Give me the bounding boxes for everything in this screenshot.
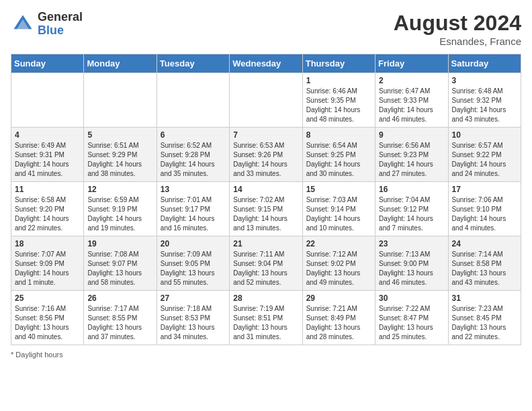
day-info: Sunrise: 7:08 AM Sunset: 9:07 PM Dayligh… — [87, 250, 152, 287]
day-number: 31 — [452, 293, 517, 303]
day-info: Sunrise: 6:58 AM Sunset: 9:20 PM Dayligh… — [15, 195, 80, 233]
day-number: 25 — [15, 293, 80, 303]
day-number: 2 — [379, 76, 444, 85]
day-info: Sunrise: 7:22 AM Sunset: 8:47 PM Dayligh… — [379, 304, 444, 342]
day-number: 13 — [161, 185, 226, 194]
day-number: 23 — [379, 239, 444, 248]
calendar-day-cell: 6Sunrise: 6:52 AM Sunset: 9:28 PM Daylig… — [157, 128, 229, 182]
calendar-week-row: 11Sunrise: 6:58 AM Sunset: 9:20 PM Dayli… — [11, 182, 521, 236]
day-info: Sunrise: 7:14 AM Sunset: 8:58 PM Dayligh… — [452, 250, 517, 287]
calendar-day-cell: 21Sunrise: 7:11 AM Sunset: 9:04 PM Dayli… — [230, 236, 302, 291]
day-info: Sunrise: 7:07 AM Sunset: 9:09 PM Dayligh… — [15, 250, 80, 287]
calendar-day-cell: 28Sunrise: 7:19 AM Sunset: 8:51 PM Dayli… — [230, 291, 302, 345]
day-number: 7 — [233, 130, 298, 140]
day-info: Sunrise: 6:56 AM Sunset: 9:23 PM Dayligh… — [379, 141, 444, 179]
calendar-day-cell: 17Sunrise: 7:06 AM Sunset: 9:10 PM Dayli… — [448, 182, 521, 236]
day-info: Sunrise: 7:16 AM Sunset: 8:56 PM Dayligh… — [15, 304, 80, 342]
calendar-header-row: SundayMondayTuesdayWednesdayThursdayFrid… — [11, 54, 521, 73]
calendar-day-cell — [11, 73, 84, 128]
day-info: Sunrise: 7:11 AM Sunset: 9:04 PM Dayligh… — [233, 250, 298, 287]
day-info: Sunrise: 6:57 AM Sunset: 9:22 PM Dayligh… — [452, 141, 517, 179]
day-info: Sunrise: 7:03 AM Sunset: 9:14 PM Dayligh… — [306, 195, 371, 233]
calendar-day-cell: 8Sunrise: 6:54 AM Sunset: 9:25 PM Daylig… — [302, 128, 375, 182]
calendar-day-cell: 11Sunrise: 6:58 AM Sunset: 9:20 PM Dayli… — [11, 182, 84, 236]
day-number: 21 — [233, 239, 298, 248]
calendar-day-cell: 26Sunrise: 7:17 AM Sunset: 8:55 PM Dayli… — [84, 291, 157, 345]
day-number: 11 — [15, 185, 80, 194]
day-info: Sunrise: 7:06 AM Sunset: 9:10 PM Dayligh… — [452, 195, 517, 233]
page-header: General Blue August 2024 Esnandes, Franc… — [11, 11, 521, 47]
day-number: 24 — [452, 239, 517, 248]
day-info: Sunrise: 7:19 AM Sunset: 8:51 PM Dayligh… — [233, 304, 298, 342]
day-info: Sunrise: 6:59 AM Sunset: 9:19 PM Dayligh… — [87, 195, 152, 233]
day-info: Sunrise: 7:21 AM Sunset: 8:49 PM Dayligh… — [306, 304, 371, 342]
calendar-day-cell: 20Sunrise: 7:09 AM Sunset: 9:05 PM Dayli… — [157, 236, 229, 291]
day-info: Sunrise: 6:51 AM Sunset: 9:29 PM Dayligh… — [87, 141, 152, 179]
day-info: Sunrise: 6:48 AM Sunset: 9:32 PM Dayligh… — [452, 87, 517, 124]
day-number: 30 — [379, 293, 444, 303]
month-title: August 2024 — [394, 11, 521, 36]
logo: General Blue — [11, 11, 83, 38]
calendar-day-cell — [230, 73, 302, 128]
calendar-day-cell: 14Sunrise: 7:02 AM Sunset: 9:15 PM Dayli… — [230, 182, 302, 236]
calendar-day-cell: 16Sunrise: 7:04 AM Sunset: 9:12 PM Dayli… — [375, 182, 448, 236]
day-info: Sunrise: 6:53 AM Sunset: 9:26 PM Dayligh… — [233, 141, 298, 179]
day-info: Sunrise: 7:09 AM Sunset: 9:05 PM Dayligh… — [161, 250, 226, 287]
calendar-day-cell: 7Sunrise: 6:53 AM Sunset: 9:26 PM Daylig… — [230, 128, 302, 182]
day-number: 14 — [233, 185, 298, 194]
day-number: 17 — [452, 185, 517, 194]
footer-note-text: Daylight hours — [15, 351, 62, 359]
day-info: Sunrise: 6:46 AM Sunset: 9:35 PM Dayligh… — [306, 87, 371, 124]
day-number: 29 — [306, 293, 371, 303]
day-number: 1 — [306, 76, 371, 85]
calendar-week-row: 18Sunrise: 7:07 AM Sunset: 9:09 PM Dayli… — [11, 236, 521, 291]
calendar-day-cell: 24Sunrise: 7:14 AM Sunset: 8:58 PM Dayli… — [448, 236, 521, 291]
calendar-day-cell — [157, 73, 229, 128]
calendar-day-header: Thursday — [302, 54, 375, 73]
day-number: 5 — [87, 130, 152, 140]
day-number: 4 — [15, 130, 80, 140]
calendar-day-cell: 22Sunrise: 7:12 AM Sunset: 9:02 PM Dayli… — [302, 236, 375, 291]
day-number: 19 — [87, 239, 152, 248]
calendar-day-header: Wednesday — [230, 54, 302, 73]
footer-note: * Daylight hours — [11, 351, 521, 359]
day-info: Sunrise: 7:12 AM Sunset: 9:02 PM Dayligh… — [306, 250, 371, 287]
day-info: Sunrise: 7:17 AM Sunset: 8:55 PM Dayligh… — [87, 304, 152, 342]
day-info: Sunrise: 7:23 AM Sunset: 8:45 PM Dayligh… — [452, 304, 517, 342]
calendar-day-header: Tuesday — [157, 54, 229, 73]
calendar-day-cell: 10Sunrise: 6:57 AM Sunset: 9:22 PM Dayli… — [448, 128, 521, 182]
day-info: Sunrise: 6:47 AM Sunset: 9:33 PM Dayligh… — [379, 87, 444, 124]
day-number: 9 — [379, 130, 444, 140]
calendar-day-cell: 9Sunrise: 6:56 AM Sunset: 9:23 PM Daylig… — [375, 128, 448, 182]
calendar-day-cell: 23Sunrise: 7:13 AM Sunset: 9:00 PM Dayli… — [375, 236, 448, 291]
day-number: 8 — [306, 130, 371, 140]
day-number: 27 — [161, 293, 226, 303]
day-info: Sunrise: 7:01 AM Sunset: 9:17 PM Dayligh… — [161, 195, 226, 233]
location: Esnandes, France — [394, 36, 521, 47]
day-number: 22 — [306, 239, 371, 248]
day-number: 26 — [87, 293, 152, 303]
day-number: 6 — [161, 130, 226, 140]
calendar-day-cell: 3Sunrise: 6:48 AM Sunset: 9:32 PM Daylig… — [448, 73, 521, 128]
calendar-day-cell: 29Sunrise: 7:21 AM Sunset: 8:49 PM Dayli… — [302, 291, 375, 345]
day-info: Sunrise: 7:18 AM Sunset: 8:53 PM Dayligh… — [161, 304, 226, 342]
logo-general-text: General — [38, 11, 83, 24]
calendar-day-header: Saturday — [448, 54, 521, 73]
calendar-day-cell: 19Sunrise: 7:08 AM Sunset: 9:07 PM Dayli… — [84, 236, 157, 291]
calendar-day-header: Sunday — [11, 54, 84, 73]
logo-blue-text: Blue — [38, 24, 83, 38]
day-info: Sunrise: 6:54 AM Sunset: 9:25 PM Dayligh… — [306, 141, 371, 179]
day-number: 3 — [452, 76, 517, 85]
logo-text: General Blue — [38, 11, 83, 38]
day-number: 16 — [379, 185, 444, 194]
calendar-day-cell: 18Sunrise: 7:07 AM Sunset: 9:09 PM Dayli… — [11, 236, 84, 291]
calendar-day-cell: 5Sunrise: 6:51 AM Sunset: 9:29 PM Daylig… — [84, 128, 157, 182]
calendar-day-cell: 1Sunrise: 6:46 AM Sunset: 9:35 PM Daylig… — [302, 73, 375, 128]
calendar-day-header: Monday — [84, 54, 157, 73]
calendar-day-cell: 12Sunrise: 6:59 AM Sunset: 9:19 PM Dayli… — [84, 182, 157, 236]
calendar-day-cell: 13Sunrise: 7:01 AM Sunset: 9:17 PM Dayli… — [157, 182, 229, 236]
day-number: 28 — [233, 293, 298, 303]
logo-icon — [11, 12, 35, 36]
title-block: August 2024 Esnandes, France — [394, 11, 521, 47]
calendar-day-cell: 30Sunrise: 7:22 AM Sunset: 8:47 PM Dayli… — [375, 291, 448, 345]
